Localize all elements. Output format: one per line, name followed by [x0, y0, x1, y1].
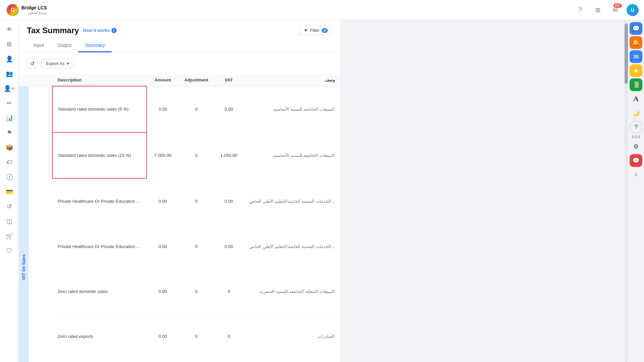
font-panel-icon[interactable]: A [630, 93, 642, 105]
amount-header: Amount [147, 74, 179, 86]
row-amount: 0.00 [147, 269, 179, 314]
app-logo[interactable]: G Bridge LCS بريدج لسس [7, 4, 47, 16]
tab-output[interactable]: Output [51, 39, 78, 52]
row-description-ar: ...الخدمات الصحية الخاصة/التعليم الأهلي … [244, 178, 340, 224]
row-amount: 0.00 [147, 314, 179, 359]
row-description-ar: الصادرات [244, 314, 340, 359]
tabs: Input Output Summary [27, 39, 332, 52]
table-row: Standard rated domestic sales (15 %) 7,0… [19, 132, 340, 179]
gear-panel-icon[interactable]: ⚙ [630, 140, 642, 153]
row-adjustment: 0 [179, 224, 214, 269]
page-header: Tax Summary How it works i ▼ Filter 4 I [19, 20, 340, 53]
vat-on-sales-label: VAT On Sales [19, 86, 29, 362]
vat-header: VAT [214, 74, 244, 86]
row-adjustment: 0 [179, 269, 214, 314]
toolbar: ↺ Export As ▾ [19, 53, 340, 74]
table-container[interactable]: ↺ Export As ▾ Description Amount Adjustm… [19, 53, 340, 362]
table-row: Private Healthcare Or Private Education … [19, 178, 340, 224]
row-vat: 0.00 [214, 224, 244, 269]
help-button[interactable]: ? [574, 4, 586, 16]
sidebar-person-icon[interactable]: 👤 [3, 52, 16, 66]
scrollbar-track[interactable] [625, 20, 628, 362]
grid-button[interactable]: ⊞ [592, 4, 604, 16]
sidebar-cart-icon[interactable]: 🛒 [3, 229, 16, 243]
row-description: Standard rated domestic sales (5 %) [52, 86, 147, 132]
row-amount: 0.00 [147, 86, 179, 132]
table-row: VAT On Sales Standard rated domestic sal… [19, 86, 340, 132]
version-label: 5.0.0 [632, 135, 640, 139]
row-adjustment: 0 [179, 86, 214, 132]
summary-table: Description Amount Adjustment VAT وصف VA… [19, 74, 340, 362]
page-title: Tax Summary How it works i [27, 26, 117, 35]
bell-panel-icon[interactable]: 🔔 [630, 36, 642, 49]
description-ar-header: وصف [244, 74, 340, 86]
top-bar-actions: ? ⊞ ✉ 697 U [574, 4, 639, 16]
row-description-ar: المبيعات المعفاة [244, 359, 340, 362]
sidebar-eye-icon[interactable]: 👁 [3, 23, 16, 36]
sidebar-person-add-icon[interactable]: 👤+ [3, 82, 16, 95]
table-row: Private Healthcare Or Private Education … [19, 224, 340, 269]
star-panel-icon[interactable]: ★ [630, 64, 642, 77]
row-description: Standard rated domestic sales (15 %) [52, 132, 147, 179]
row-vat: 0.00 [214, 86, 244, 132]
how-it-works-link[interactable]: How it works i [83, 28, 117, 33]
filter-count: 4 [322, 28, 328, 33]
notification-badge: 697 [613, 3, 622, 8]
sidebar-layers-icon[interactable]: ◫ [3, 215, 16, 228]
sidebar-shield-icon[interactable]: 🛡 [3, 244, 16, 257]
row-description: Private Healthcare Or Private Education … [52, 178, 147, 224]
refresh-button[interactable]: ↺ [27, 58, 38, 69]
row-adjustment: 0 [179, 359, 214, 362]
group-col-header [19, 74, 52, 86]
row-description: Private Healthcare Or Private Education … [52, 224, 147, 269]
chat-panel-icon[interactable]: 💬 [630, 22, 642, 35]
row-amount: 7,000.00 [147, 132, 179, 179]
table-row: Exempt sales 0.00 0 0 المبيعات المعفاة [19, 359, 340, 362]
row-vat: 1,050.00 [214, 132, 244, 179]
filter-icon: ▼ [304, 28, 308, 33]
export-button[interactable]: Export As ▾ [41, 59, 74, 68]
tab-input[interactable]: Input [27, 39, 51, 52]
row-vat: 0 [214, 359, 244, 362]
sidebar-chart-icon[interactable]: 📊 [3, 111, 16, 125]
logo-icon: G [7, 4, 19, 16]
sidebar-clock-icon[interactable]: 🕐 [3, 170, 16, 184]
filter-button[interactable]: ▼ Filter 4 [299, 25, 332, 35]
row-adjustment: 0 [179, 178, 214, 224]
tab-summary[interactable]: Summary [78, 39, 112, 52]
notifications-button[interactable]: ✉ 697 [609, 4, 621, 16]
sidebar-people-icon[interactable]: 👥 [3, 67, 16, 80]
app-name-ar: بريدج لسس [21, 10, 47, 15]
arrow-panel-icon[interactable]: › [630, 168, 642, 181]
sidebar-refresh-icon[interactable]: ↺ [3, 200, 16, 213]
description-header: Description [52, 74, 147, 86]
row-description-ar: المبيعات الخاضعه للنسبه الأساسيه [244, 132, 340, 179]
book-panel-icon[interactable]: 📗 [630, 78, 642, 91]
sidebar-flag-icon[interactable]: ⚑ [3, 126, 16, 139]
content-area: Tax Summary How it works i ▼ Filter 4 I [19, 20, 340, 362]
help-panel-icon[interactable]: ? [630, 121, 642, 133]
top-bar: G Bridge LCS بريدج لسس ? ⊞ ✉ 697 U [0, 0, 644, 20]
dropdown-arrow-icon: ▾ [67, 61, 69, 66]
moon-panel-icon[interactable]: 🌙 [630, 107, 642, 119]
scrollbar-thumb[interactable] [625, 23, 628, 84]
row-description: Zero rated exports [52, 314, 147, 359]
calendar-panel-icon[interactable]: 30 [630, 50, 642, 63]
row-amount: 0.00 [147, 359, 179, 362]
message-panel-icon[interactable]: 💬 [630, 154, 642, 167]
row-vat: 0.00 [214, 178, 244, 224]
adjustment-header: Adjustment [179, 74, 214, 86]
row-description-ar: المبيعات الخاضعه للنسبه الأساسيه [244, 86, 340, 132]
row-amount: 0.00 [147, 178, 179, 224]
row-adjustment: 0 [179, 314, 214, 359]
sidebar-edit-icon[interactable]: ✏ [3, 97, 16, 110]
sidebar-box-icon[interactable]: 📦 [3, 141, 16, 154]
row-description: Zero rated domestic sales [52, 269, 147, 314]
user-avatar[interactable]: U [627, 4, 639, 16]
row-vat: 0 [214, 269, 244, 314]
sidebar-tag-icon[interactable]: 🏷 [3, 156, 16, 169]
row-adjustment: 0 [179, 132, 214, 179]
table-row: Zero rated domestic sales 0.00 0 0 المبي… [19, 269, 340, 314]
sidebar-home-icon[interactable]: ⊞ [3, 38, 16, 51]
sidebar-card-icon[interactable]: 💳 [3, 185, 16, 198]
